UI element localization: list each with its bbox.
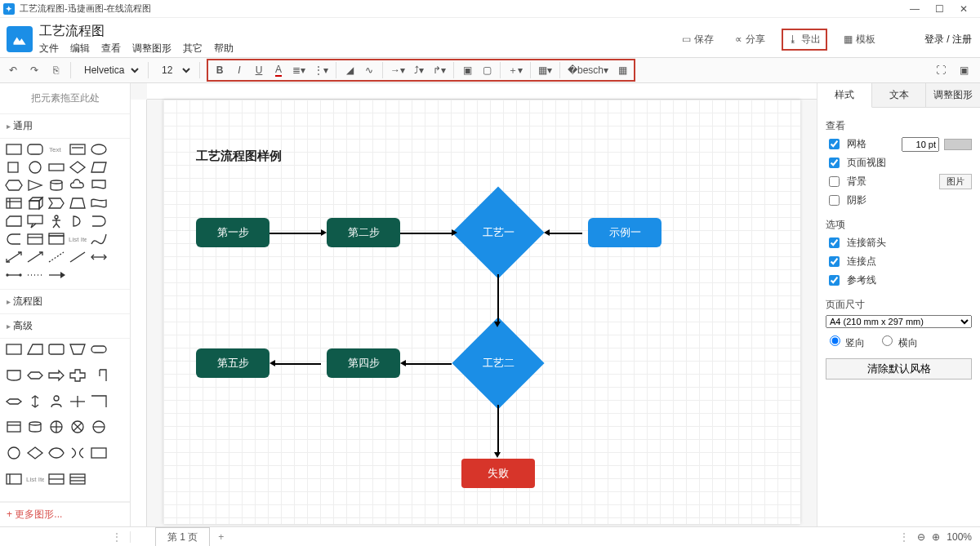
zoom-out-button[interactable]: ⊖ [917, 531, 925, 543]
line-button[interactable]: ∿ [361, 61, 377, 79]
orient-landscape[interactable]: 横向 [878, 333, 917, 350]
shape-tape[interactable] [90, 196, 108, 211]
grid-icon-button[interactable]: ▦ [614, 61, 630, 79]
undo-button[interactable]: ↶ [5, 61, 21, 79]
shape-process[interactable] [47, 160, 65, 175]
node-step5[interactable]: 第五步 [196, 348, 270, 378]
shape-note[interactable] [69, 142, 87, 157]
arrow-start-button[interactable]: →▾ [388, 61, 408, 79]
font-family-select[interactable]: Helvetica [78, 62, 141, 78]
chk-grid[interactable] [829, 139, 840, 149]
adv-21[interactable] [5, 446, 23, 460]
shape-intstorage[interactable] [5, 196, 23, 211]
adv-16[interactable] [5, 419, 23, 434]
chk-points[interactable] [829, 256, 840, 267]
link-button[interactable]: �besch▾ [565, 61, 611, 79]
arrow-end-button[interactable]: ↱▾ [430, 61, 448, 79]
shape-datastore[interactable] [26, 232, 44, 246]
template-button[interactable]: ▦ 模板 [839, 30, 880, 49]
shape-container[interactable] [47, 232, 65, 246]
align-button[interactable]: ≣▾ [290, 61, 308, 79]
category-general[interactable]: 通用 [0, 114, 130, 139]
login-link[interactable]: 登录 / 注册 [924, 33, 972, 47]
close-button[interactable]: ✕ [959, 3, 969, 15]
shape-biarrow[interactable] [5, 250, 23, 264]
underline-button[interactable]: U [251, 61, 267, 79]
panel-handle-icon[interactable]: ⋮ [112, 531, 123, 543]
sheet-tab[interactable]: 第 1 页 [155, 527, 210, 547]
shape-triangle[interactable] [26, 178, 44, 193]
node-step2[interactable]: 第二步 [327, 218, 400, 247]
clear-style-button[interactable]: 清除默认风格 [826, 358, 972, 380]
arrow-route-button[interactable]: ⤴▾ [411, 61, 427, 79]
adv-6[interactable] [5, 368, 23, 383]
adv-22[interactable] [26, 446, 44, 460]
adv-27[interactable]: List Item [26, 472, 44, 486]
font-size-select[interactable]: 12 [155, 62, 193, 78]
maximize-button[interactable]: ☐ [934, 3, 944, 15]
canvas-page[interactable]: 工艺流程图样例 第一步 第二步 工艺一 示例一 第五步 第四步 工艺二 失败 [163, 100, 800, 524]
adv-19[interactable] [69, 419, 87, 434]
shape-line[interactable] [69, 250, 87, 264]
node-craft2[interactable]: 工艺二 [452, 317, 544, 409]
clipboard-button[interactable]: ⎘ [47, 61, 64, 79]
italic-button[interactable]: I [231, 61, 247, 79]
shape-card[interactable] [5, 214, 23, 229]
fullscreen-button[interactable]: ⛶ [933, 61, 949, 79]
menu-edit[interactable]: 编辑 [70, 42, 90, 55]
menu-view[interactable]: 查看 [101, 42, 121, 55]
canvas-area[interactable]: 工艺流程图样例 第一步 第二步 工艺一 示例一 第五步 第四步 工艺二 失败 [131, 83, 817, 526]
adv-28[interactable] [47, 472, 65, 486]
minimize-button[interactable]: — [910, 3, 920, 15]
tab-style[interactable]: 样式 [817, 83, 872, 108]
shape-trap[interactable] [69, 196, 87, 211]
font-color-button[interactable]: A [270, 61, 287, 79]
adv-4[interactable] [69, 342, 87, 357]
node-craft1[interactable]: 工艺一 [452, 186, 544, 278]
grid-size-input[interactable] [902, 137, 939, 152]
shape-or[interactable] [90, 214, 108, 229]
shape-listitem[interactable]: List Item [69, 232, 87, 246]
shape-actor[interactable] [47, 214, 65, 229]
save-button[interactable]: ▭ 保存 [677, 30, 719, 49]
back-button[interactable]: ▢ [479, 61, 495, 79]
add-button[interactable]: ＋▾ [506, 61, 525, 79]
adv-14[interactable] [69, 394, 87, 409]
menu-adjust[interactable]: 调整图形 [132, 42, 172, 55]
shape-halfcircle[interactable] [69, 214, 87, 229]
adv-12[interactable] [26, 394, 44, 409]
menu-other[interactable]: 其它 [183, 42, 203, 55]
shape-biarrow2[interactable] [90, 250, 108, 264]
node-example[interactable]: 示例一 [588, 218, 662, 247]
shape-circle[interactable] [26, 160, 44, 175]
shape-hexagon[interactable] [5, 178, 23, 193]
pagesize-select[interactable]: A4 (210 mm x 297 mm) [826, 315, 972, 328]
adv-11[interactable] [5, 394, 23, 409]
shape-parallel[interactable] [90, 160, 108, 175]
shape-ellipse[interactable] [90, 142, 108, 157]
chk-shadow[interactable] [829, 195, 840, 206]
menu-file[interactable]: 文件 [39, 42, 59, 55]
table-button[interactable]: ▦▾ [536, 61, 555, 79]
fill-button[interactable]: ◢ [341, 61, 358, 79]
grid-color-swatch[interactable] [944, 139, 972, 150]
adv-26[interactable] [5, 472, 23, 486]
adv-23[interactable] [47, 446, 65, 460]
add-sheet-button[interactable]: + [218, 531, 224, 543]
chk-pageview[interactable] [829, 158, 840, 168]
panel-handle-right-icon[interactable]: ⋮ [899, 531, 911, 543]
more-shapes-link[interactable]: + 更多图形... [0, 502, 130, 526]
shape-step[interactable] [47, 196, 65, 211]
shape-cube[interactable] [26, 196, 44, 211]
chk-arrows[interactable] [829, 237, 840, 248]
adv-7[interactable] [26, 368, 44, 383]
orient-portrait[interactable]: 竖向 [826, 333, 865, 350]
shape-cloud[interactable] [69, 178, 87, 193]
shape-curve[interactable] [90, 232, 108, 246]
adv-25[interactable] [90, 446, 108, 460]
export-button[interactable]: ⭳ 导出 [782, 29, 827, 51]
adv-8[interactable] [47, 368, 65, 383]
redo-button[interactable]: ↷ [26, 61, 42, 79]
adv-29[interactable] [69, 472, 87, 486]
shape-and[interactable] [5, 232, 23, 246]
